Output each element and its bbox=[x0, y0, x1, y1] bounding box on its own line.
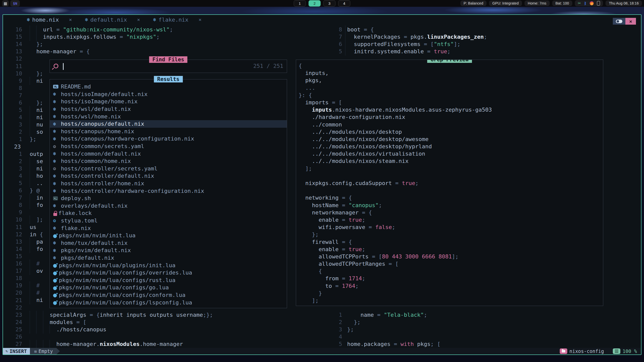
result-item[interactable]: ❄hosts/common/home.nix bbox=[50, 157, 287, 165]
workspace-button-3[interactable]: 3 bbox=[324, 0, 336, 7]
line-number: 21 bbox=[3, 297, 22, 303]
workspace-button-2[interactable]: 2 bbox=[309, 0, 321, 7]
tab-home.nix[interactable]: ❄home.nix× bbox=[27, 17, 72, 23]
tab-close-icon[interactable]: × bbox=[137, 17, 140, 23]
result-item[interactable]: M↓README.md bbox=[50, 83, 287, 90]
topbar-module-2[interactable]: Home: 7ms bbox=[525, 1, 550, 6]
flame-icon[interactable] bbox=[590, 1, 594, 5]
nix-glyph: ❄ bbox=[53, 240, 56, 246]
result-item[interactable]: pkgs/nvim/nvim/lua/plugins/init.lua bbox=[50, 261, 287, 269]
workspace-button-1[interactable]: 1 bbox=[294, 0, 306, 7]
tab-close-icon[interactable]: × bbox=[198, 17, 202, 23]
indent-guide bbox=[36, 340, 36, 348]
code-text: url = "github:nix-community/nixos-wsl"; bbox=[30, 26, 173, 33]
result-item[interactable]: ❄hosts/canopus/home.nix bbox=[50, 128, 287, 135]
indent-guide bbox=[50, 325, 50, 334]
result-item[interactable]: ❄overlays/default.nix bbox=[50, 202, 287, 210]
result-item[interactable]: ❄pkgs/nvim/default.nix bbox=[50, 247, 287, 254]
nix-glyph: ❄ bbox=[53, 247, 56, 253]
result-item[interactable]: ❄hosts/controller/default.nix bbox=[50, 172, 287, 180]
phone-icon[interactable] bbox=[597, 1, 600, 6]
nix-glyph: ❄ bbox=[53, 151, 56, 157]
result-item[interactable]: ⚙hosts/common/secrets.yaml bbox=[50, 143, 287, 150]
code-text: }; bbox=[30, 40, 43, 48]
preview-line: firewall = { bbox=[299, 238, 603, 246]
result-label: pkgs/nvim/default.nix bbox=[61, 247, 131, 253]
window-close-button[interactable]: × bbox=[625, 18, 636, 25]
result-item[interactable]: ⚙stylua.toml bbox=[50, 217, 287, 224]
search-input[interactable] bbox=[63, 63, 64, 70]
tab-default.nix[interactable]: ❄default.nix× bbox=[85, 17, 140, 23]
nix-glyph: ❄ bbox=[53, 128, 56, 134]
result-label: flake.nix bbox=[61, 225, 91, 231]
result-item[interactable]: pkgs/nvim/nvim/lua/configs/go.lua bbox=[50, 284, 287, 291]
result-item[interactable]: ❄hosts/wsl/default.nix bbox=[50, 105, 287, 113]
result-item[interactable]: >_deploy.sh bbox=[50, 195, 287, 202]
line-number: 7 bbox=[3, 92, 22, 99]
result-item[interactable]: ❄hosts/controller/home.nix bbox=[50, 180, 287, 187]
result-item[interactable]: ❄hosts/isoImage/home.nix bbox=[50, 98, 287, 105]
result-item[interactable]: pkgs/nvim/nvim/lua/configs/conform.lua bbox=[50, 291, 287, 299]
shell-glyph: >_ bbox=[53, 196, 58, 200]
statusline-right: nixos-config 100 % bbox=[560, 348, 641, 354]
topbar-module-0[interactable]: P: Balanced bbox=[460, 1, 487, 6]
result-item[interactable]: ❄hosts/isoImage/default.nix bbox=[50, 90, 287, 98]
indent-guide bbox=[30, 33, 30, 41]
shell-badge[interactable]: $N bbox=[10, 0, 20, 7]
indent-guide bbox=[30, 296, 30, 304]
code-text: .. bbox=[30, 179, 43, 187]
lua-file-icon bbox=[53, 233, 58, 238]
app-launcher-icon[interactable]: ▦ bbox=[2, 0, 9, 7]
result-item[interactable]: ⚙hosts/controller/secrets.yaml bbox=[50, 165, 287, 172]
result-item[interactable]: ❄home/tux/default.nix bbox=[50, 239, 287, 247]
result-label: hosts/common/home.nix bbox=[61, 158, 131, 164]
yaml-glyph: ⚙ bbox=[53, 144, 56, 149]
nix-glyph: ❄ bbox=[53, 99, 56, 105]
result-label: hosts/controller/hardware-configuration.… bbox=[61, 188, 204, 194]
result-item[interactable]: ❄hosts/canopus/default.nix bbox=[50, 120, 287, 128]
indent-guide bbox=[30, 245, 30, 253]
tab-flake.nix[interactable]: ❄flake.nix× bbox=[153, 17, 202, 23]
line-number: 9 bbox=[3, 78, 22, 84]
editor-line: 26 bbox=[3, 333, 333, 340]
result-item[interactable]: ❄flake.nix bbox=[50, 224, 287, 232]
code-text: ni bbox=[30, 296, 43, 304]
indent-guide bbox=[30, 340, 30, 348]
result-item[interactable]: flake.lock bbox=[50, 209, 287, 217]
result-label: overlays/default.nix bbox=[61, 203, 128, 209]
topbar-module-1[interactable]: GPU: Integrated bbox=[489, 1, 522, 6]
result-item[interactable]: pkgs/nvim/nvim/lua/configs/rust.lua bbox=[50, 276, 287, 284]
editor-line: 5 initrd.systemd.enable = true; bbox=[333, 48, 641, 55]
line-number: 11 bbox=[3, 63, 22, 69]
results-popup: Results M↓README.md❄hosts/isoImage/defau… bbox=[50, 79, 287, 308]
line-number: 17 bbox=[3, 268, 22, 274]
clock[interactable]: Thu Aug 08, 18:16 bbox=[606, 1, 642, 6]
result-item[interactable]: ❄hosts/canopus/hardware-configuration.ni… bbox=[50, 135, 287, 143]
nix-glyph: ❄ bbox=[53, 180, 56, 187]
result-item[interactable]: pkgs/nvim/nvim/lua/configs/overrides.lua bbox=[50, 269, 287, 277]
result-label: pkgs/nvim/nvim/lua/configs/conform.lua bbox=[59, 292, 185, 298]
preview-line: ]; bbox=[299, 297, 603, 304]
lock-file-icon bbox=[53, 211, 57, 216]
topbar-modules: P: BalancedGPU: IntegratedHome: 7msBat: … bbox=[460, 1, 572, 6]
workspace-button-4[interactable]: 4 bbox=[338, 0, 350, 7]
result-item[interactable]: ❄hosts/controller/hardware-configuration… bbox=[50, 187, 287, 195]
topbar-module-3[interactable]: Bat: 100 bbox=[552, 1, 572, 6]
scroll-chip bbox=[613, 348, 620, 354]
buffer-icon: ▤ bbox=[34, 349, 36, 353]
powerline-separator bbox=[56, 348, 60, 354]
tab-close-icon[interactable]: × bbox=[69, 17, 72, 23]
preview-line: imports = [ bbox=[299, 99, 603, 106]
result-item[interactable]: ❄hosts/wsl/home.nix bbox=[50, 113, 287, 120]
line-number: 19 bbox=[3, 282, 22, 289]
line-number: 3 bbox=[3, 121, 22, 128]
result-item[interactable]: ❄hosts/common/default.nix bbox=[50, 150, 287, 157]
result-item[interactable]: pkgs/nvim/nvim/init.lua bbox=[50, 232, 287, 239]
result-item[interactable]: pkgs/nvim/nvim/lua/configs/lspconfig.lua bbox=[50, 299, 287, 306]
scissors-icon[interactable]: ✂ bbox=[578, 1, 581, 6]
pin-toggle-button[interactable] bbox=[613, 18, 625, 25]
line-number: 8 bbox=[3, 202, 22, 208]
bluetooth-icon[interactable]: ᛒ bbox=[584, 1, 586, 6]
code-text: }; bbox=[30, 135, 36, 143]
result-item[interactable]: ❄pkgs/default.nix bbox=[50, 254, 287, 262]
